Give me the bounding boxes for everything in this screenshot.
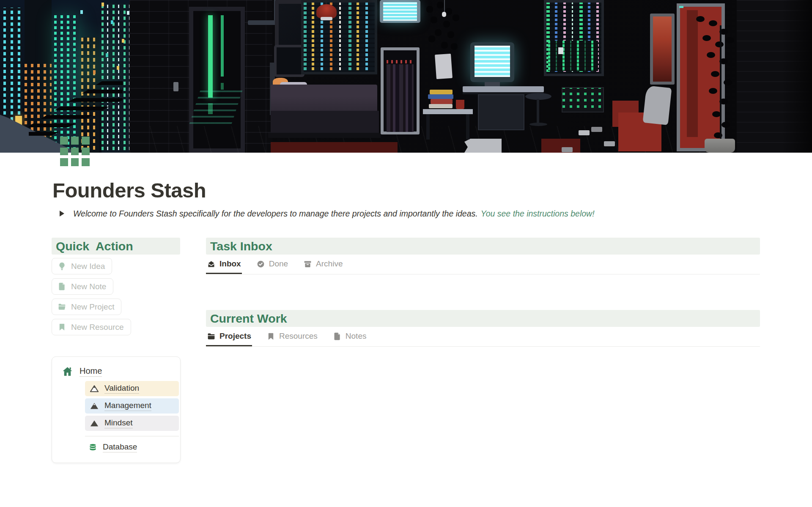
tab-projects[interactable]: Projects xyxy=(206,328,252,346)
grid-square xyxy=(60,137,68,145)
new-note-label: New Note xyxy=(71,282,106,291)
database-label: Database xyxy=(103,442,137,452)
page-icon-green-grid[interactable] xyxy=(60,137,90,166)
cover-blanket xyxy=(271,85,377,114)
tab-notes[interactable]: Notes xyxy=(332,328,368,346)
tab-done[interactable]: Done xyxy=(255,255,289,274)
cover-side-table xyxy=(423,109,473,114)
new-project-button[interactable]: New Project xyxy=(52,299,121,315)
house-icon xyxy=(62,366,73,377)
cover-small-monitor xyxy=(274,45,304,77)
cover-bulb xyxy=(442,12,446,17)
cover-book xyxy=(431,99,453,104)
cover-glowing-mirror xyxy=(650,14,675,85)
cover-neon-strip xyxy=(221,15,224,77)
tab-notes-label: Notes xyxy=(346,332,367,341)
home-navigation-card: Home Validation Management Mindset Datab… xyxy=(52,356,181,463)
grid-square xyxy=(71,148,79,156)
folder-icon xyxy=(207,332,216,341)
cover-stool-leg xyxy=(537,99,539,124)
new-resource-button[interactable]: New Resource xyxy=(52,319,131,335)
cover-right-brick-wall xyxy=(737,0,812,153)
cover-red-lamp-band xyxy=(321,17,332,20)
home-link[interactable]: Home xyxy=(62,366,180,377)
cover-red-mug xyxy=(456,100,464,109)
cover-hanging-plant xyxy=(426,6,433,13)
tab-resources[interactable]: Resources xyxy=(266,328,318,346)
inbox-icon xyxy=(207,260,216,269)
cover-green-panel xyxy=(562,87,604,112)
tab-inbox-label: Inbox xyxy=(219,259,241,269)
cover-blanket-shadow xyxy=(271,111,379,136)
cover-teal-accent xyxy=(679,6,683,8)
database-link[interactable]: Database xyxy=(88,442,180,452)
new-project-label: New Project xyxy=(71,302,114,312)
database-icon xyxy=(88,443,97,452)
tab-resources-label: Resources xyxy=(279,332,318,341)
triangle-icon xyxy=(90,419,99,428)
cover-wall-note xyxy=(435,54,453,79)
cover-tall-plant xyxy=(696,16,705,22)
mindset-link[interactable]: Mindset xyxy=(85,416,179,431)
cover-red-lamp xyxy=(316,4,337,19)
cover-neon-strip xyxy=(221,83,224,90)
mountain-icon xyxy=(90,401,99,411)
new-resource-label: New Resource xyxy=(71,323,124,332)
current-work-tabs: Projects Resources Notes xyxy=(206,328,760,347)
tab-projects-label: Projects xyxy=(219,332,251,341)
new-idea-button[interactable]: New Idea xyxy=(52,258,112,274)
task-inbox-heading: Task Inbox xyxy=(206,238,760,255)
cover-stool-base xyxy=(529,123,547,126)
task-inbox-header: Task Inbox xyxy=(206,238,760,255)
tab-inbox[interactable]: Inbox xyxy=(206,255,242,274)
welcome-toggle: Welcome to Founders Stash specifically f… xyxy=(56,208,595,219)
management-link[interactable]: Management xyxy=(85,398,179,414)
cover-book xyxy=(430,90,453,94)
mountain-outline-icon xyxy=(90,384,99,393)
cover-floor-mat xyxy=(464,139,502,153)
cover-bright-pixel xyxy=(558,47,563,54)
cover-red-rug xyxy=(271,142,398,153)
check-circle-icon xyxy=(256,260,265,269)
grid-square xyxy=(82,137,90,145)
new-note-button[interactable]: New Note xyxy=(52,278,113,295)
cover-wall-screen-cyan xyxy=(383,2,417,21)
toggle-arrow-icon[interactable] xyxy=(56,208,67,219)
card-divider xyxy=(85,436,179,436)
grid-square xyxy=(60,158,68,166)
cover-red-door-shade xyxy=(687,10,698,137)
archive-icon xyxy=(303,260,312,269)
welcome-text: Welcome to Founders Stash specifically f… xyxy=(73,209,478,219)
current-work-header: Current Work xyxy=(206,310,760,327)
tab-archive[interactable]: Archive xyxy=(302,255,343,274)
cover-crt-screen xyxy=(475,46,510,77)
cover-wardrobe-hangers xyxy=(387,60,414,63)
tab-done-label: Done xyxy=(269,259,288,269)
cover-light-switch xyxy=(173,82,178,91)
instructions-link[interactable]: You see the instructions below! xyxy=(481,209,595,219)
quick-action-heading: Quick Action xyxy=(52,238,180,255)
cover-crt-stand xyxy=(485,82,500,86)
note-icon xyxy=(333,332,342,341)
cover-wardrobe-clothes xyxy=(387,64,414,132)
lightbulb-icon xyxy=(58,262,66,271)
mindset-label: Mindset xyxy=(104,418,133,428)
cover-plant-trunk xyxy=(720,25,721,150)
cover-book xyxy=(428,94,453,99)
grid-square xyxy=(71,158,79,166)
current-work-heading: Current Work xyxy=(206,310,760,327)
quick-action-header: Quick Action xyxy=(52,238,180,255)
validation-link[interactable]: Validation xyxy=(85,381,179,396)
note-icon xyxy=(58,282,66,291)
cover-blinds-window xyxy=(301,0,377,74)
page-title[interactable]: Founders Stash xyxy=(52,178,206,202)
bookmark-icon xyxy=(266,332,275,341)
bookmark-icon xyxy=(58,323,66,332)
cover-red-door xyxy=(677,3,725,151)
cover-bed-frame xyxy=(268,133,381,138)
cover-table-leg xyxy=(426,114,430,140)
home-card-pages: Validation Management Mindset xyxy=(85,381,179,431)
home-label: Home xyxy=(80,366,102,377)
grid-square xyxy=(82,148,90,156)
cover-scattered-lights xyxy=(102,3,104,6)
